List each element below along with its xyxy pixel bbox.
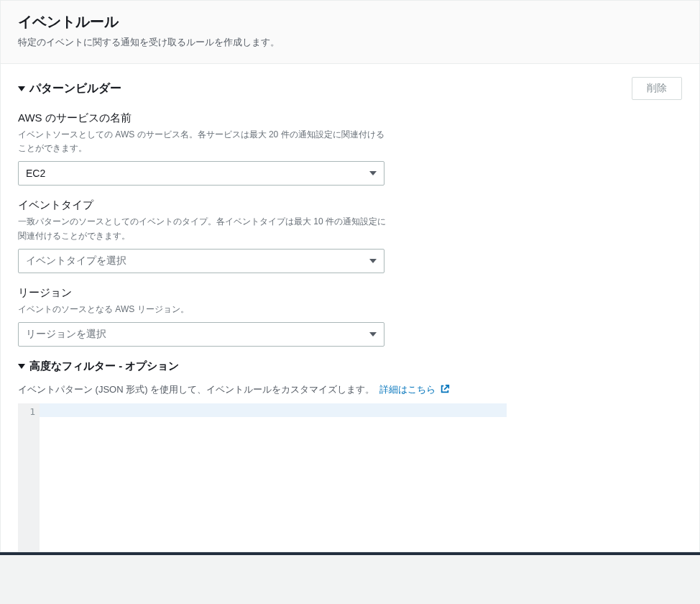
line-number: 1 [18,406,35,417]
chevron-down-icon [369,259,377,263]
advanced-filter-desc-row: イベントパターン (JSON 形式) を使用して、イベントルールをカスタマイズし… [18,383,682,396]
pattern-builder-toggle[interactable]: パターンビルダー [18,81,121,96]
card-subtitle: 特定のイベントに関する通知を受け取るルールを作成します。 [18,36,682,49]
service-label: AWS のサービスの名前 [18,111,682,125]
editor-body[interactable] [40,403,507,552]
learn-more-text: 詳細はこちら [379,384,436,395]
region-placeholder: リージョンを選択 [26,328,106,341]
learn-more-link[interactable]: 詳細はこちら [379,384,450,395]
service-select[interactable]: EC2 [18,161,384,186]
external-link-icon [440,384,450,394]
event-type-placeholder: イベントタイプを選択 [26,255,126,267]
editor-active-line [40,403,507,417]
advanced-filter-toggle[interactable]: 高度なフィルター - オプション [18,360,682,373]
region-label: リージョン [18,286,682,300]
event-rule-card: イベントルール 特定のイベントに関する通知を受け取るルールを作成します。 パター… [0,0,700,552]
pattern-builder-header: パターンビルダー 削除 [18,77,682,100]
caret-down-icon [18,364,25,369]
caret-down-icon [18,86,25,91]
json-editor[interactable]: 1 [18,403,507,552]
delete-button[interactable]: 削除 [632,77,682,100]
service-field-group: AWS のサービスの名前 イベントソースとしての AWS のサービス名。各サービ… [18,111,682,186]
editor-gutter: 1 [18,403,40,552]
card-header: イベントルール 特定のイベントに関する通知を受け取るルールを作成します。 [1,1,699,64]
card-title: イベントルール [18,12,682,32]
event-type-select[interactable]: イベントタイプを選択 [18,249,384,273]
region-desc: イベントのソースとなる AWS リージョン。 [18,303,392,316]
region-select[interactable]: リージョンを選択 [18,322,384,347]
advanced-filter-title: 高度なフィルター - オプション [29,360,179,373]
chevron-down-icon [369,332,377,337]
pattern-builder-title: パターンビルダー [29,81,121,96]
service-desc: イベントソースとしての AWS のサービス名。各サービスは最大 20 件の通知設… [18,128,392,155]
card-body: パターンビルダー 削除 AWS のサービスの名前 イベントソースとしての AWS… [1,64,699,552]
event-type-desc: 一致パターンのソースとしてのイベントのタイプ。各イベントタイプは最大 10 件の… [18,215,392,242]
bottom-bar [0,552,700,555]
chevron-down-icon [369,171,377,175]
advanced-filter-desc: イベントパターン (JSON 形式) を使用して、イベントルールをカスタマイズし… [18,384,374,395]
service-select-value: EC2 [26,168,45,179]
event-type-field-group: イベントタイプ 一致パターンのソースとしてのイベントのタイプ。各イベントタイプは… [18,198,682,273]
region-field-group: リージョン イベントのソースとなる AWS リージョン。 リージョンを選択 [18,286,682,347]
event-type-label: イベントタイプ [18,198,682,212]
